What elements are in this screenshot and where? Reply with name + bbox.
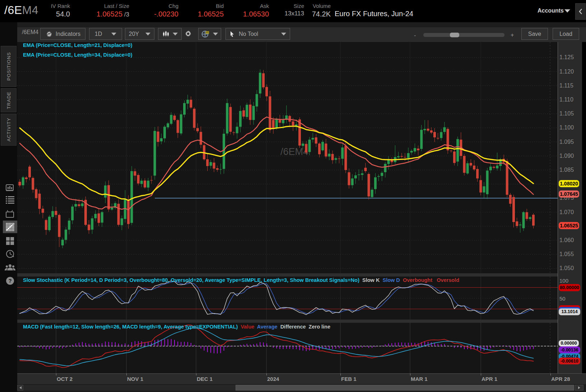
svg-text:?: ?	[8, 278, 11, 284]
